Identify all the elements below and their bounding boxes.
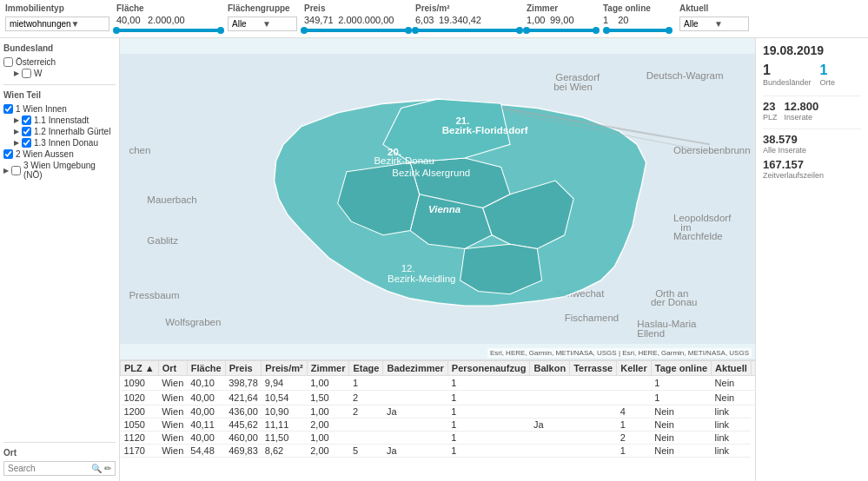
svg-text:Bezirk-Floridsdorf: Bezirk-Floridsdorf [442, 125, 528, 135]
wien-innen-checkbox[interactable] [3, 104, 13, 114]
table-cell [570, 391, 617, 405]
col-keller[interactable]: Keller [617, 361, 652, 376]
table-row: 1170Wien54,48469,838,622,005Ja11Neinlink [121, 445, 756, 458]
sidebar-item-wien-innen[interactable]: 1 Wien Innen [3, 103, 116, 115]
col-flache[interactable]: Fläche [187, 361, 225, 376]
w-checkbox[interactable] [22, 69, 31, 78]
filter-flachengruppe: Flächengruppe Alle ▼ [228, 3, 297, 31]
table-row: 1120Wien40,00460,0011,501,0012Neinlink [121, 432, 756, 445]
table-cell: 1 [447, 418, 530, 432]
flache-slider[interactable] [116, 29, 221, 32]
flachengruppe-select[interactable]: Alle ▼ [228, 16, 297, 31]
table-container[interactable]: PLZ ▲ Ort Fläche Preis Preis/m² Zimmer E… [120, 359, 755, 481]
col-terrasse[interactable]: Terrasse [570, 361, 617, 376]
col-preis-m2[interactable]: Preis/m² [262, 361, 307, 376]
table-cell: 9,94 [262, 376, 307, 391]
stat-inserate: 12.800 Inserate [785, 100, 819, 122]
svg-text:12.: 12. [401, 263, 415, 273]
col-etage[interactable]: Etage [349, 361, 383, 376]
table-cell: 10,90 [262, 405, 307, 418]
ort-label: Ort [3, 448, 116, 458]
svg-text:der Donau: der Donau [651, 297, 698, 307]
preis-m2-slider[interactable] [415, 29, 520, 32]
plz-value: 23 [763, 100, 778, 113]
table-header-row: PLZ ▲ Ort Fläche Preis Preis/m² Zimmer E… [121, 361, 756, 376]
svg-text:Gablitz: Gablitz [147, 235, 178, 246]
table-cell [570, 445, 617, 458]
aktuell-select[interactable]: Alle ▼ [679, 16, 749, 31]
search-icon[interactable]: 🔍 [91, 464, 102, 473]
orte-value: 1 [820, 63, 836, 78]
table-cell: 2 [617, 432, 652, 445]
table-cell: 1120 [121, 432, 159, 445]
table-cell: 469,83 [225, 445, 262, 458]
sidebar-item-w[interactable]: ▶ W [14, 68, 116, 79]
svg-text:bei Wien: bei Wien [553, 82, 593, 92]
col-tage-online[interactable]: Tage online [651, 361, 711, 376]
right-panel: 19.08.2019 1 Bundesländer 1 Orte 23 PLZ … [755, 38, 868, 481]
zimmer-range: 1,00 99,00 [527, 15, 596, 25]
table-cell: 1170 [121, 445, 159, 458]
table-cell [349, 432, 383, 445]
table-cell: 1 [447, 405, 530, 418]
wien-innen-label: 1 Wien Innen [16, 104, 67, 114]
sidebar-item-innenstadt[interactable]: ▶ 1.1 Innenstadt [14, 115, 116, 126]
table-cell [383, 376, 447, 391]
immobilientyp-select[interactable]: mietwohnungen ▼ [5, 16, 109, 31]
w-label: W [34, 69, 42, 78]
table-cell: 1200 [121, 405, 159, 418]
sidebar-item-wien-aussen[interactable]: 2 Wien Aussen [3, 148, 116, 160]
svg-text:Wolfsgraben: Wolfsgraben [165, 317, 221, 327]
pencil-icon[interactable]: ✏ [104, 464, 111, 473]
search-box[interactable]: 🔍 ✏ [3, 461, 116, 476]
preis-range: 349,71 2.000.000,00 [304, 15, 408, 25]
col-preis[interactable]: Preis [225, 361, 262, 376]
col-ort[interactable]: Ort [158, 361, 187, 376]
wien-aussen-checkbox[interactable] [3, 149, 13, 159]
col-zimmer[interactable]: Zimmer [307, 361, 349, 376]
w-triangle-icon[interactable]: ▶ [14, 69, 19, 77]
innenstadt-checkbox[interactable] [22, 115, 31, 125]
wien-umgebung-label: 3 Wien Umgebung (NÖ) [23, 161, 116, 180]
table-cell: link [712, 445, 752, 458]
inserate-value: 12.800 [785, 100, 819, 113]
svg-text:Mauerbach: Mauerbach [147, 194, 196, 205]
sidebar-item-innerhalb-gurtel[interactable]: ▶ 1.2 Innerhalb Gürtel [14, 126, 116, 137]
table-cell: 1 [617, 445, 652, 458]
col-balkon[interactable]: Balkon [530, 361, 570, 376]
filter-bar: Immobilientyp mietwohnungen ▼ Fläche 40,… [0, 0, 868, 38]
innerhalb-gurtel-checkbox[interactable] [22, 127, 31, 136]
stats-divider-1 [763, 96, 861, 96]
sidebar-item-innen-donau[interactable]: ▶ 1.3 Innen Donau [14, 137, 116, 148]
sidebar-item-wien-umgebung[interactable]: ▶ 3 Wien Umgebung (NÖ) [3, 160, 116, 181]
wien-umgebung-checkbox[interactable] [11, 166, 21, 175]
table-cell: 8,62 [262, 445, 307, 458]
table-cell: 1 [447, 376, 530, 391]
preis-slider[interactable] [304, 29, 408, 32]
col-link[interactable]: Link zum Inserat [751, 361, 755, 376]
preis-m2-range: 6,03 19.340,42 [415, 15, 520, 25]
innen-donau-checkbox[interactable] [22, 138, 31, 148]
col-personenaufzug[interactable]: Personenaufzug [447, 361, 530, 376]
zimmer-slider[interactable] [527, 29, 596, 32]
table-cell: link [712, 405, 752, 418]
table-cell: 1 [447, 391, 530, 405]
table-cell: 2,00 [307, 445, 349, 458]
tage-online-slider[interactable] [603, 29, 673, 32]
center-area: Gerasdorf bei Wien Deutsch-Wagram Obersi… [120, 38, 755, 481]
table-cell [530, 391, 570, 405]
map-container[interactable]: Gerasdorf bei Wien Deutsch-Wagram Obersi… [120, 38, 755, 359]
bundesland-label: Bundesland [3, 43, 116, 53]
osterreich-checkbox[interactable] [3, 57, 13, 67]
col-plz[interactable]: PLZ ▲ [121, 361, 159, 376]
innenstadt-triangle-icon: ▶ [14, 116, 19, 124]
flachengruppe-arrow-icon: ▼ [262, 19, 293, 29]
table-cell: Wien [158, 445, 187, 458]
search-input[interactable] [8, 464, 91, 473]
innen-donau-triangle-icon: ▶ [14, 139, 19, 147]
table-cell: 11,50 [262, 432, 307, 445]
filter-immobilientyp: Immobilientyp mietwohnungen ▼ [5, 3, 109, 31]
sidebar-item-osterreich[interactable]: Österreich [3, 56, 116, 68]
col-aktuell[interactable]: Aktuell [712, 361, 752, 376]
col-badezimmer[interactable]: Badezimmer [383, 361, 447, 376]
